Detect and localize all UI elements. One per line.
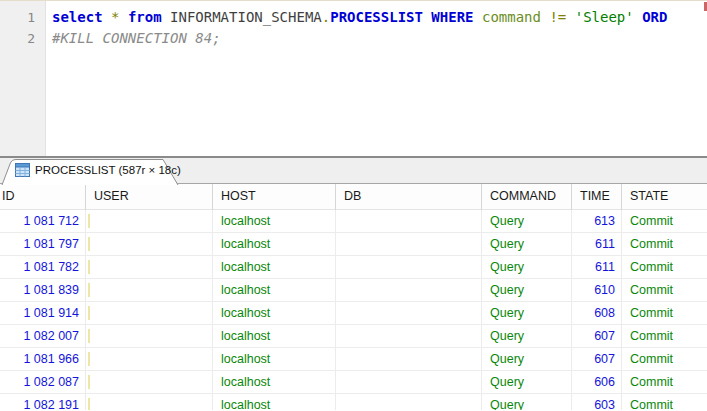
table-row[interactable]: 1 082 087localhostQuery606Commit bbox=[0, 371, 707, 394]
sql-token bbox=[103, 9, 111, 25]
cell-host[interactable]: localhost bbox=[213, 233, 336, 255]
cell-db[interactable] bbox=[336, 348, 482, 370]
sql-token bbox=[634, 9, 642, 25]
cell-state[interactable]: Commit bbox=[622, 256, 707, 278]
cell-state[interactable]: Commit bbox=[622, 279, 707, 301]
cell-user[interactable] bbox=[86, 394, 213, 410]
table-grid-icon bbox=[15, 163, 30, 177]
cell-user[interactable] bbox=[86, 233, 213, 255]
cell-user[interactable] bbox=[86, 210, 213, 232]
cell-host[interactable]: localhost bbox=[213, 279, 336, 301]
cell-command[interactable]: Query bbox=[482, 394, 572, 410]
cell-time[interactable]: 613 bbox=[572, 210, 622, 232]
cell-command[interactable]: Query bbox=[482, 256, 572, 278]
cell-state[interactable]: Commit bbox=[622, 394, 707, 410]
cell-time[interactable]: 607 bbox=[572, 348, 622, 370]
grid-body[interactable]: 1 081 712localhostQuery613Commit1 081 79… bbox=[0, 210, 707, 410]
empty-value-marker bbox=[88, 214, 90, 228]
cell-user[interactable] bbox=[86, 325, 213, 347]
table-row[interactable]: 1 082 007localhostQuery607Commit bbox=[0, 325, 707, 348]
table-row[interactable]: 1 082 191localhostQuery603Commit bbox=[0, 394, 707, 410]
cell-host[interactable]: localhost bbox=[213, 210, 336, 232]
sql-token: 'Sleep' bbox=[575, 9, 634, 25]
cell-id[interactable]: 1 082 007 bbox=[0, 325, 86, 347]
cell-db[interactable] bbox=[336, 256, 482, 278]
cell-db[interactable] bbox=[336, 233, 482, 255]
cell-db[interactable] bbox=[336, 302, 482, 324]
results-tab[interactable]: PROCESSLIST (587r × 18c) bbox=[1, 158, 183, 185]
table-row[interactable]: 1 081 712localhostQuery613Commit bbox=[0, 210, 707, 233]
cell-id[interactable]: 1 082 191 bbox=[0, 394, 86, 410]
cell-state[interactable]: Commit bbox=[622, 371, 707, 393]
table-row[interactable]: 1 081 797localhostQuery611Commit bbox=[0, 233, 707, 256]
column-header-id[interactable]: ID bbox=[0, 184, 86, 210]
column-header-time[interactable]: TIME bbox=[572, 184, 622, 210]
cell-command[interactable]: Query bbox=[482, 233, 572, 255]
empty-value-marker bbox=[88, 398, 90, 410]
cell-command[interactable]: Query bbox=[482, 302, 572, 324]
cell-time[interactable]: 611 bbox=[572, 256, 622, 278]
code-line[interactable]: #KILL CONNECTION 84; bbox=[52, 28, 707, 49]
cell-db[interactable] bbox=[336, 210, 482, 232]
empty-value-marker bbox=[88, 329, 90, 343]
sql-token bbox=[162, 9, 170, 25]
cell-id[interactable]: 1 081 914 bbox=[0, 302, 86, 324]
cell-time[interactable]: 607 bbox=[572, 325, 622, 347]
column-header-command[interactable]: COMMAND bbox=[482, 184, 572, 210]
cell-id[interactable]: 1 081 712 bbox=[0, 210, 86, 232]
cell-user[interactable] bbox=[86, 348, 213, 370]
cell-command[interactable]: Query bbox=[482, 210, 572, 232]
column-header-host[interactable]: HOST bbox=[213, 184, 336, 210]
code-area[interactable]: select * from INFORMATION_SCHEMA.PROCESS… bbox=[46, 1, 707, 156]
cell-time[interactable]: 610 bbox=[572, 279, 622, 301]
results-tab-label: PROCESSLIST (587r × 18c) bbox=[35, 164, 181, 176]
table-row[interactable]: 1 081 914localhostQuery608Commit bbox=[0, 302, 707, 325]
cell-host[interactable]: localhost bbox=[213, 325, 336, 347]
empty-value-marker bbox=[88, 306, 90, 320]
column-header-state[interactable]: STATE bbox=[622, 184, 707, 210]
cell-state[interactable]: Commit bbox=[622, 325, 707, 347]
table-row[interactable]: 1 081 839localhostQuery610Commit bbox=[0, 279, 707, 302]
cell-state[interactable]: Commit bbox=[622, 302, 707, 324]
sql-token: select bbox=[52, 9, 103, 25]
cell-user[interactable] bbox=[86, 256, 213, 278]
cell-time[interactable]: 606 bbox=[572, 371, 622, 393]
cell-db[interactable] bbox=[336, 394, 482, 410]
cell-host[interactable]: localhost bbox=[213, 348, 336, 370]
cell-user[interactable] bbox=[86, 302, 213, 324]
cell-id[interactable]: 1 081 797 bbox=[0, 233, 86, 255]
column-header-db[interactable]: DB bbox=[336, 184, 482, 210]
sql-token bbox=[474, 9, 482, 25]
cell-command[interactable]: Query bbox=[482, 279, 572, 301]
cell-state[interactable]: Commit bbox=[622, 348, 707, 370]
column-header-user[interactable]: USER bbox=[86, 184, 213, 210]
cell-user[interactable] bbox=[86, 279, 213, 301]
cell-host[interactable]: localhost bbox=[213, 394, 336, 410]
cell-time[interactable]: 611 bbox=[572, 233, 622, 255]
cell-command[interactable]: Query bbox=[482, 348, 572, 370]
cell-host[interactable]: localhost bbox=[213, 302, 336, 324]
cell-state[interactable]: Commit bbox=[622, 210, 707, 232]
cell-id[interactable]: 1 081 966 bbox=[0, 348, 86, 370]
cell-db[interactable] bbox=[336, 325, 482, 347]
sql-editor[interactable]: 12 select * from INFORMATION_SCHEMA.PROC… bbox=[0, 1, 707, 156]
code-line[interactable]: select * from INFORMATION_SCHEMA.PROCESS… bbox=[52, 7, 707, 28]
cell-host[interactable]: localhost bbox=[213, 256, 336, 278]
cell-time[interactable]: 603 bbox=[572, 394, 622, 410]
cell-db[interactable] bbox=[336, 371, 482, 393]
sql-workbench-window: 12 select * from INFORMATION_SCHEMA.PROC… bbox=[0, 0, 707, 411]
line-number: 2 bbox=[0, 28, 45, 49]
cell-state[interactable]: Commit bbox=[622, 233, 707, 255]
table-row[interactable]: 1 081 782localhostQuery611Commit bbox=[0, 256, 707, 279]
cell-command[interactable]: Query bbox=[482, 371, 572, 393]
sql-token: #KILL CONNECTION 84; bbox=[52, 30, 221, 46]
cell-id[interactable]: 1 081 839 bbox=[0, 279, 86, 301]
cell-command[interactable]: Query bbox=[482, 325, 572, 347]
cell-user[interactable] bbox=[86, 371, 213, 393]
cell-db[interactable] bbox=[336, 279, 482, 301]
cell-id[interactable]: 1 081 782 bbox=[0, 256, 86, 278]
cell-time[interactable]: 608 bbox=[572, 302, 622, 324]
table-row[interactable]: 1 081 966localhostQuery607Commit bbox=[0, 348, 707, 371]
cell-id[interactable]: 1 082 087 bbox=[0, 371, 86, 393]
cell-host[interactable]: localhost bbox=[213, 371, 336, 393]
